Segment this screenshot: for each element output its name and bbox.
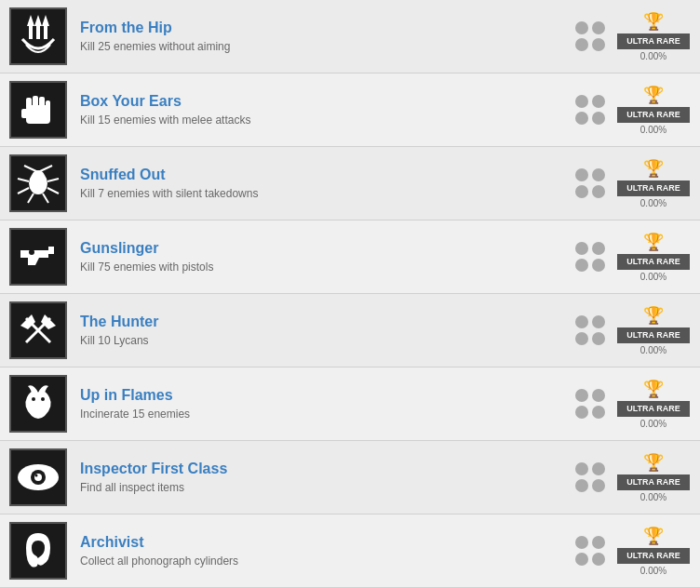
rarity-pct-snuffed-out: 0.00%	[640, 198, 666, 208]
dot-3	[575, 38, 588, 51]
dot-3	[575, 259, 588, 272]
svg-rect-7	[26, 98, 32, 109]
trophy-icon-archivist: 🏆	[643, 526, 664, 546]
rarity-pct-box-your-ears: 0.00%	[640, 125, 666, 135]
achievement-row-the-hunter: The Hunter Kill 10 Lycans 🏆 ULTRA RARE 0…	[0, 294, 700, 368]
dot-1	[575, 315, 588, 328]
achievement-row-from-the-hip: From the Hip Kill 25 enemies without aim…	[0, 0, 700, 74]
achievement-desc-the-hunter: Kill 10 Lycans	[80, 334, 575, 347]
svg-point-25	[32, 397, 35, 401]
dot-3	[575, 332, 588, 345]
achievement-desc-from-the-hip: Kill 25 enemies without aiming	[80, 40, 575, 53]
trophy-icon-gunslinger: 🏆	[643, 232, 664, 252]
dot-3	[575, 479, 588, 492]
achievement-info-box-your-ears: Box Your Ears Kill 15 enemies with melee…	[80, 93, 575, 127]
rarity-badge-from-the-hip: ULTRA RARE	[617, 33, 690, 50]
dot-1	[575, 536, 588, 549]
rarity-badge-up-in-flames: ULTRA RARE	[617, 401, 690, 418]
achievement-row-gunslinger: Gunslinger Kill 75 enemies with pistols …	[0, 220, 700, 294]
svg-point-26	[41, 397, 45, 401]
svg-rect-9	[39, 97, 45, 108]
svg-point-30	[35, 474, 38, 477]
achievement-info-inspector-first-class: Inspector First Class Find all inspect i…	[80, 461, 575, 494]
svg-line-21	[43, 194, 48, 203]
rarity-pct-gunslinger: 0.00%	[640, 272, 666, 282]
achievement-info-the-hunter: The Hunter Kill 10 Lycans	[80, 314, 575, 347]
rarity-pct-archivist: 0.00%	[640, 566, 666, 576]
achievement-row-box-your-ears: Box Your Ears Kill 15 enemies with melee…	[0, 74, 700, 147]
achievement-info-gunslinger: Gunslinger Kill 75 enemies with pistols	[80, 240, 575, 274]
achievement-rarity-inspector-first-class: 🏆 ULTRA RARE 0.00%	[616, 452, 691, 503]
achievement-desc-gunslinger: Kill 75 enemies with pistols	[80, 261, 575, 274]
achievement-row-archivist: Archivist Collect all phonograph cylinde…	[0, 514, 700, 588]
svg-line-17	[47, 179, 59, 181]
svg-rect-11	[21, 109, 28, 118]
achievement-icon-from-the-hip	[9, 7, 67, 65]
achievement-rarity-from-the-hip: 🏆 ULTRA RARE 0.00%	[616, 11, 691, 62]
achievement-dots-up-in-flames	[575, 389, 605, 419]
achievement-name-from-the-hip: From the Hip	[80, 20, 575, 36]
dot-1	[575, 168, 588, 181]
achievement-info-from-the-hip: From the Hip Kill 25 enemies without aim…	[80, 20, 575, 53]
svg-line-18	[18, 188, 29, 194]
dot-4	[592, 406, 605, 419]
achievement-dots-snuffed-out	[575, 168, 605, 198]
rarity-badge-inspector-first-class: ULTRA RARE	[617, 474, 690, 491]
trophy-icon-the-hunter: 🏆	[643, 305, 664, 326]
achievement-dots-the-hunter	[575, 315, 605, 345]
dot-4	[592, 332, 605, 345]
dot-4	[592, 38, 605, 51]
svg-rect-8	[33, 96, 38, 108]
achievement-name-archivist: Archivist	[80, 534, 575, 551]
achievement-rarity-the-hunter: 🏆 ULTRA RARE 0.00%	[616, 305, 691, 356]
svg-rect-5	[44, 24, 47, 39]
achievement-dots-from-the-hip	[575, 21, 605, 51]
achievement-name-the-hunter: The Hunter	[80, 314, 575, 330]
svg-line-20	[28, 194, 34, 203]
achievement-row-snuffed-out: Snuffed Out Kill 7 enemies with silent t…	[0, 147, 700, 220]
dot-2	[592, 536, 605, 549]
rarity-pct-up-in-flames: 0.00%	[640, 419, 666, 429]
achievement-desc-up-in-flames: Incinerate 15 enemies	[80, 408, 575, 421]
dot-1	[575, 21, 588, 34]
dot-3	[575, 406, 588, 419]
dot-2	[592, 462, 605, 475]
svg-rect-10	[46, 100, 50, 110]
rarity-badge-archivist: ULTRA RARE	[617, 548, 690, 565]
dot-2	[592, 95, 605, 108]
achievement-name-up-in-flames: Up in Flames	[80, 387, 575, 404]
dot-3	[575, 112, 588, 125]
achievement-row-inspector-first-class: Inspector First Class Find all inspect i…	[0, 441, 700, 514]
dot-4	[592, 185, 605, 198]
dot-1	[575, 242, 588, 255]
dot-3	[575, 185, 588, 198]
achievement-dots-gunslinger	[575, 242, 605, 272]
achievement-row-up-in-flames: Up in Flames Incinerate 15 enemies 🏆 ULT…	[0, 368, 700, 441]
svg-line-16	[18, 179, 29, 181]
achievement-desc-box-your-ears: Kill 15 enemies with melee attacks	[80, 114, 575, 127]
dot-1	[575, 95, 588, 108]
achievement-icon-the-hunter	[9, 301, 67, 359]
dot-2	[592, 168, 605, 181]
svg-rect-1	[36, 24, 40, 39]
achievement-desc-inspector-first-class: Find all inspect items	[80, 481, 575, 494]
dot-4	[592, 112, 605, 125]
rarity-badge-snuffed-out: ULTRA RARE	[617, 180, 690, 197]
achievement-info-archivist: Archivist Collect all phonograph cylinde…	[80, 534, 575, 568]
achievement-icon-inspector-first-class	[9, 448, 67, 506]
achievement-rarity-up-in-flames: 🏆 ULTRA RARE 0.00%	[616, 379, 691, 430]
achievement-list: From the Hip Kill 25 enemies without aim…	[0, 0, 700, 588]
trophy-icon-box-your-ears: 🏆	[643, 85, 664, 105]
dot-3	[575, 553, 588, 566]
rarity-badge-box-your-ears: ULTRA RARE	[617, 107, 690, 124]
svg-point-13	[32, 170, 45, 183]
achievement-icon-box-your-ears	[9, 81, 67, 139]
achievement-info-up-in-flames: Up in Flames Incinerate 15 enemies	[80, 387, 575, 421]
svg-rect-3	[29, 24, 33, 39]
achievement-desc-snuffed-out: Kill 7 enemies with silent takedowns	[80, 187, 575, 200]
achievement-rarity-archivist: 🏆 ULTRA RARE 0.00%	[616, 526, 691, 577]
achievement-info-snuffed-out: Snuffed Out Kill 7 enemies with silent t…	[80, 167, 575, 200]
trophy-icon-up-in-flames: 🏆	[643, 379, 664, 399]
dot-1	[575, 462, 588, 475]
achievement-icon-gunslinger	[9, 228, 67, 286]
